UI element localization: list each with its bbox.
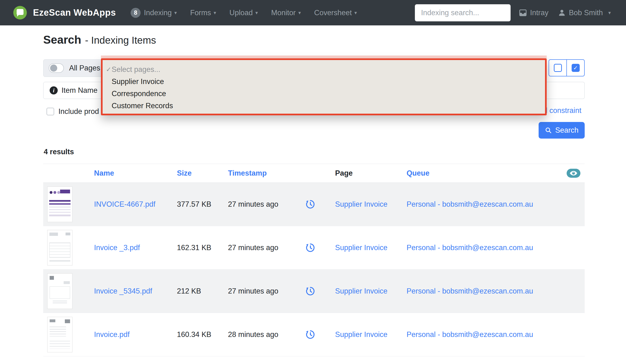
include-processed-row: Include prod [46, 107, 99, 116]
indexing-count-badge: 8 [131, 8, 141, 18]
column-header-name[interactable]: Name [94, 169, 177, 178]
checked-checkbox-icon: ✓ [572, 64, 580, 72]
thumb-art [66, 233, 70, 235]
logo-bubble-icon [17, 9, 24, 15]
page-link[interactable]: Supplier Invoice [335, 244, 388, 252]
all-pages-toggle[interactable] [49, 63, 64, 73]
thumb-art [50, 191, 52, 194]
brand-title: EzeScan WebApps [33, 8, 116, 18]
search-button[interactable]: Search [539, 122, 585, 139]
dropdown-option-customer-records[interactable]: Customer Records [103, 100, 545, 112]
column-header-timestamp[interactable]: Timestamp [228, 169, 295, 178]
timestamp: 27 minutes ago [228, 287, 295, 295]
nav-label: Upload [229, 8, 253, 17]
queue-link[interactable]: Personal - bobsmith@ezescan.com.au [407, 244, 533, 252]
dropdown-option-label: Customer Records [112, 102, 173, 110]
file-size: 212 KB [177, 287, 228, 295]
column-header-queue[interactable]: Queue [407, 169, 585, 178]
deselect-all-button[interactable] [549, 60, 566, 76]
queue-link[interactable]: Personal - bobsmith@ezescan.com.au [407, 287, 533, 295]
history-cell [295, 286, 326, 296]
history-icon[interactable] [305, 243, 316, 253]
queue-link[interactable]: Personal - bobsmith@ezescan.com.au [407, 330, 533, 339]
select-all-checkbox-group: ✓ [548, 59, 585, 76]
nav-item-coversheet[interactable]: Coversheet ▾ [314, 8, 357, 17]
ezescan-webapps-screen: EzeScan WebApps 8 Indexing ▾ Forms ▾ Upl… [0, 0, 626, 364]
dropdown-option-correspondence[interactable]: Correspondence [103, 88, 545, 100]
queue-cell: Personal - bobsmith@ezescan.com.au [407, 287, 585, 295]
thumb-art [50, 319, 55, 322]
nav-item-forms[interactable]: Forms ▾ [190, 8, 216, 17]
item-name-addon: i Item Name [43, 82, 104, 99]
thumbnail-cell [43, 230, 94, 265]
navbar-right: Intray Bob Smith ▾ [510, 8, 611, 17]
history-cell [295, 243, 326, 253]
info-icon: i [50, 86, 58, 94]
history-cell [295, 199, 326, 210]
document-thumbnail[interactable] [47, 273, 73, 309]
search-button-label: Search [555, 126, 579, 135]
chevron-down-icon: ▾ [608, 10, 611, 16]
thumb-art [49, 200, 71, 202]
page-cell: Supplier Invoice [326, 244, 407, 252]
dropdown-option-label: Select pages... [112, 65, 160, 74]
history-icon[interactable] [305, 199, 316, 210]
nav-label: Coversheet [314, 8, 352, 17]
file-name-link[interactable]: Invoice.pdf [94, 330, 130, 339]
file-name-link[interactable]: INVOICE-4667.pdf [94, 200, 155, 208]
queue-cell: Personal - bobsmith@ezescan.com.au [407, 200, 585, 209]
history-icon[interactable] [305, 329, 316, 340]
dropdown-option-supplier-invoice[interactable]: Supplier Invoice [103, 75, 545, 88]
page-cell: Supplier Invoice [326, 330, 407, 339]
search-icon [545, 127, 552, 134]
queue-link[interactable]: Personal - bobsmith@ezescan.com.au [407, 200, 533, 208]
intray-label: Intray [530, 8, 548, 17]
timestamp: 28 minutes ago [228, 330, 295, 339]
table-row: Invoice _3.pdf 162.31 KB 27 minutes ago … [43, 226, 585, 270]
nav-item-upload[interactable]: Upload ▾ [229, 8, 258, 17]
history-icon[interactable] [305, 286, 316, 296]
unchecked-checkbox-icon [554, 64, 562, 72]
queue-cell: Personal - bobsmith@ezescan.com.au [407, 330, 585, 339]
page-link[interactable]: Supplier Invoice [335, 200, 388, 208]
file-name-cell: Invoice _3.pdf [94, 244, 177, 252]
dropdown-option-label: Supplier Invoice [112, 77, 164, 86]
intray-button[interactable]: Intray [519, 8, 548, 17]
include-processed-label: Include prod [58, 107, 99, 116]
include-processed-checkbox[interactable] [46, 108, 54, 115]
thumb-art [49, 243, 70, 258]
toggle-thumbnails-button[interactable] [567, 169, 580, 178]
page-title: Search - Indexing Items [43, 33, 156, 46]
file-name-link[interactable]: Invoice _5345.pdf [94, 287, 152, 295]
select-all-button[interactable]: ✓ [566, 60, 584, 76]
document-thumbnail[interactable] [47, 230, 73, 265]
chevron-down-icon: ▾ [255, 10, 258, 16]
thumb-art [53, 301, 67, 304]
all-pages-label: All Pages [69, 64, 100, 72]
table-body: INVOICE-4667.pdf 377.57 KB 27 minutes ag… [43, 183, 585, 356]
file-name-cell: Invoice _5345.pdf [94, 287, 177, 295]
file-name-link[interactable]: Invoice _3.pdf [94, 244, 140, 252]
user-menu[interactable]: Bob Smith ▾ [558, 8, 611, 17]
queue-cell: Personal - bobsmith@ezescan.com.au [407, 244, 585, 252]
ezescan-logo-icon[interactable] [13, 6, 27, 19]
file-name-cell: Invoice.pdf [94, 330, 177, 339]
dropdown-option-select-pages[interactable]: ✓ Select pages... [103, 63, 545, 75]
results-count: 4 results [44, 147, 74, 156]
indexing-search-input[interactable] [415, 4, 510, 21]
timestamp: 27 minutes ago [228, 200, 295, 209]
nav-item-indexing[interactable]: 8 Indexing ▾ [131, 8, 177, 18]
file-size: 162.31 KB [177, 244, 228, 252]
column-header-size[interactable]: Size [177, 169, 228, 178]
nav-item-monitor[interactable]: Monitor ▾ [271, 8, 301, 17]
table-row: Invoice _5345.pdf 212 KB 27 minutes ago … [43, 270, 585, 313]
thumb-art [60, 190, 70, 193]
item-name-label: Item Name [62, 86, 98, 95]
page-cell: Supplier Invoice [326, 287, 407, 295]
document-thumbnail[interactable] [47, 317, 73, 352]
page-link[interactable]: Supplier Invoice [335, 287, 388, 295]
thumb-art [49, 260, 70, 261]
page-link[interactable]: Supplier Invoice [335, 330, 388, 339]
page-cell: Supplier Invoice [326, 200, 407, 209]
document-thumbnail[interactable] [47, 186, 73, 222]
